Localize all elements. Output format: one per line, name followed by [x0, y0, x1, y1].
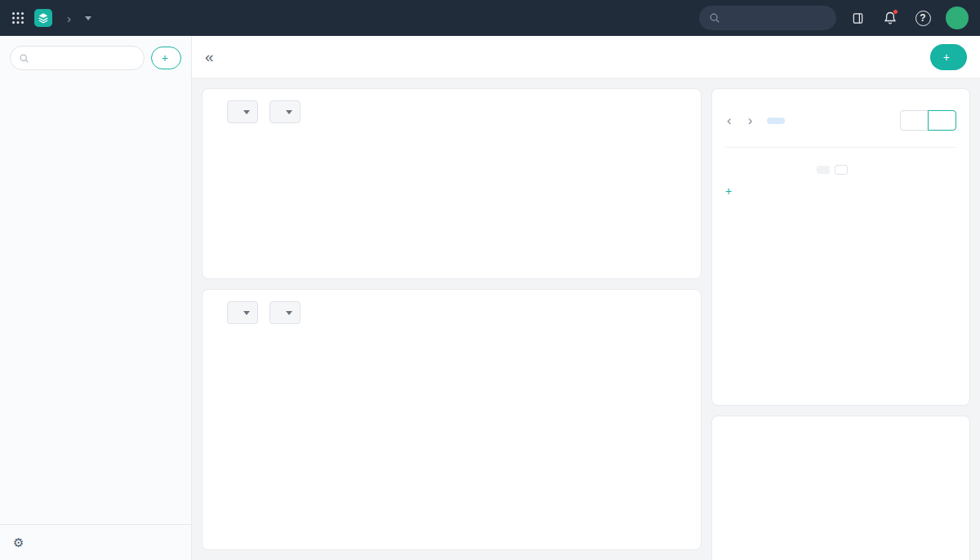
view-toggle [900, 110, 956, 131]
apps-grid-icon[interactable] [11, 11, 24, 24]
question-mark: ? [915, 11, 931, 26]
content: ‹ › [192, 78, 980, 560]
plan-section: + [725, 147, 956, 198]
topbar-search[interactable] [699, 6, 836, 30]
next-month-icon[interactable]: › [746, 113, 755, 127]
notification-bell-icon[interactable] [879, 7, 902, 29]
new-button[interactable]: + [151, 47, 181, 69]
search-icon [19, 53, 29, 64]
panel-icon[interactable] [846, 7, 869, 29]
plus-icon: + [725, 185, 732, 197]
admin-footer[interactable]: ⚙ [0, 524, 191, 560]
plus-icon: + [943, 51, 950, 63]
sidebar-menu [0, 78, 191, 524]
brief-period-select[interactable] [270, 100, 301, 123]
plan-tag[interactable] [817, 166, 830, 174]
breadcrumb-chevron-icon: › [67, 11, 71, 25]
gear-icon: ⚙ [13, 536, 24, 549]
month-toggle-button[interactable] [928, 110, 956, 131]
funnel-chart [216, 331, 689, 520]
schedule-card: ‹ › [711, 88, 970, 406]
sales-brief-card [202, 88, 702, 279]
search-icon [709, 12, 720, 24]
collapse-sidebar-icon[interactable]: « [205, 49, 214, 64]
calendar-nav: ‹ › [725, 110, 956, 131]
main-area: « + [192, 36, 980, 560]
chevron-down-icon [286, 311, 292, 315]
notification-dot [893, 9, 898, 15]
add-plan-link[interactable]: + [725, 185, 736, 197]
funnel-card [202, 289, 702, 550]
sidebar-search-input[interactable] [34, 52, 108, 64]
workspace-logo-icon[interactable] [34, 9, 52, 27]
prev-month-icon[interactable]: ‹ [725, 113, 733, 127]
chevron-down-icon [243, 110, 250, 114]
sidebar: + ⚙ [0, 36, 192, 560]
week-toggle-button[interactable] [900, 110, 929, 131]
today-button[interactable] [767, 118, 785, 124]
topbar-search-input[interactable] [726, 12, 816, 24]
chevron-down-icon [243, 311, 250, 315]
funnel-scope-select[interactable] [227, 301, 258, 324]
plan-time [835, 165, 848, 175]
app-title-caret-icon[interactable] [85, 16, 91, 20]
avatar[interactable] [946, 7, 969, 29]
plus-icon: + [162, 52, 168, 64]
quick-add-button[interactable]: + [930, 44, 967, 70]
brief-scope-select[interactable] [227, 100, 258, 123]
business-card [711, 416, 970, 560]
help-icon[interactable]: ? [911, 7, 934, 29]
topbar: › ? [0, 0, 980, 36]
sidebar-search[interactable] [10, 46, 145, 70]
chevron-down-icon [286, 110, 292, 114]
main-header: « + [192, 36, 980, 78]
funnel-period-select[interactable] [270, 301, 301, 324]
